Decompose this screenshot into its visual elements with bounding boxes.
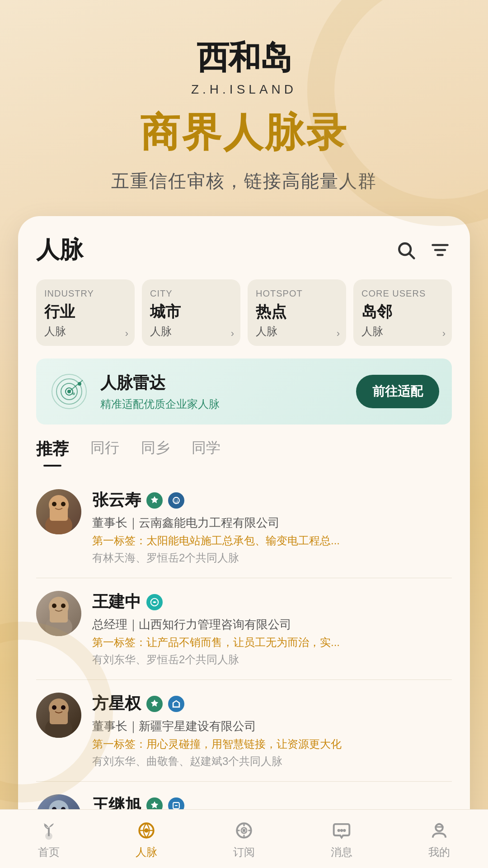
logo-brand-name: 西和岛 [0,36,488,80]
category-industry-arrow: › [125,328,128,340]
card-header: 人脉 [36,234,452,266]
bottom-nav: 首页 人脉 订阅 [0,809,488,868]
svg-point-12 [72,392,75,395]
category-industry-name: 行业 [44,302,127,322]
logo-subtitle: Z.H.ISLAND [0,82,488,97]
person-title: 董事长｜新疆宇星建设有限公司 [92,718,452,734]
badge-certified: 认 [168,492,184,509]
filter-button[interactable] [428,238,452,262]
svg-point-24 [61,604,66,608]
person-info: 方星权 董事长｜新疆宇星建设有限公司 第一标签：用心灵碰撞，用智慧链接，让资源更… [92,693,452,769]
badge-blue-cert [168,696,184,712]
person-name: 王建中 [92,591,141,613]
category-core-users[interactable]: CORE USERS 岛邻 人脉 › [353,279,452,346]
radar-icon [49,371,89,412]
nav-network-label: 人脉 [136,845,157,859]
person-item[interactable]: 王建中 总经理｜山西知行力管理咨询有限公司 第一标签：让产品不销而售，让员工无为… [36,578,452,680]
nav-home[interactable]: 首页 [22,819,76,859]
svg-point-48 [340,829,343,831]
category-hotspot-label: HOTSPOT [256,288,338,299]
svg-text:认: 认 [174,498,179,504]
person-avatar [36,693,81,738]
avatar-placeholder [36,591,81,636]
svg-point-30 [61,705,66,710]
badge-ocean [146,594,163,610]
tab-classmate[interactable]: 同学 [192,438,221,464]
person-avatar [36,489,81,534]
person-item[interactable]: 张云寿 认 董事长｜云南鑫能电力工程有限公司 第一标签：太阳能电站施工总承包、输… [36,476,452,578]
sub-title: 五重信任审核，链接高能量人群 [0,169,488,193]
profile-icon [427,819,451,842]
category-core-arrow: › [442,328,446,340]
radar-goto-button[interactable]: 前往适配 [356,375,439,408]
category-core-name: 岛邻 [361,302,444,322]
category-hotspot-sub: 人脉 [256,324,338,339]
radar-title: 人脉雷达 [100,372,356,394]
person-tag: 第一标签：让产品不销而售，让员工无为而治，实... [92,635,345,650]
nav-profile[interactable]: 我的 [412,819,466,859]
nav-message[interactable]: 消息 [314,819,369,859]
nav-home-label: 首页 [38,845,60,859]
svg-point-47 [338,829,340,831]
person-name-row: 张云寿 认 [92,489,452,511]
svg-point-17 [61,502,66,506]
radar-desc: 精准适配优质企业家人脉 [100,397,356,411]
category-industry-label: INDUSTRY [44,288,127,299]
category-city-arrow: › [231,328,234,340]
filter-icon [430,240,450,260]
person-tag: 第一标签：太阳能电站施工总承包、输变电工程总... [92,533,345,548]
person-info: 张云寿 认 董事长｜云南鑫能电力工程有限公司 第一标签：太阳能电站施工总承包、输… [92,489,452,565]
category-city-sub: 人脉 [150,324,232,339]
svg-point-11 [78,382,81,386]
tabs: 推荐 同行 同乡 同学 [36,438,452,464]
main-title: 商界人脉录 [0,106,488,160]
svg-point-16 [52,502,56,506]
nav-profile-label: 我的 [428,845,450,859]
home-icon [37,819,61,842]
card-title: 人脉 [36,234,83,266]
search-button[interactable] [394,238,418,262]
logo: 西和岛 Z.H.ISLAND [0,36,488,97]
nav-message-label: 消息 [331,845,352,859]
person-name-row: 方星权 [92,693,452,715]
compass-icon [232,819,256,842]
person-mutual: 有林天海、罗恒岳2个共同人脉 [92,551,452,565]
category-city-name: 城市 [150,302,232,322]
svg-point-49 [343,829,346,831]
tab-colleague[interactable]: 同行 [90,438,119,464]
nav-subscribe[interactable]: 订阅 [217,819,271,859]
category-industry[interactable]: INDUSTRY 行业 人脉 › [36,279,135,346]
person-mutual: 有刘东华、罗恒岳2个共同人脉 [92,652,452,667]
person-name: 方星权 [92,693,141,715]
badge-verified [146,492,163,509]
person-name-row: 王建中 [92,591,452,613]
badge-verified [146,696,163,712]
category-hotspot[interactable]: HOTSPOT 热点 人脉 › [248,279,346,346]
category-industry-sub: 人脉 [44,324,127,339]
category-core-label: CORE USERS [361,288,444,299]
radar-banner: 人脉雷达 精准适配优质企业家人脉 前往适配 [36,359,452,425]
person-tag: 第一标签：用心灵碰撞，用智慧链接，让资源更大化 [92,737,345,751]
tab-hometown[interactable]: 同乡 [141,438,170,464]
category-hotspot-arrow: › [337,328,340,340]
search-icon [396,240,416,260]
person-title: 总经理｜山西知行力管理咨询有限公司 [92,617,452,632]
tab-recommend[interactable]: 推荐 [36,438,69,464]
category-grid: INDUSTRY 行业 人脉 › CITY 城市 人脉 › HOTSPOT 热点… [36,279,452,346]
person-name: 张云寿 [92,489,141,511]
svg-line-1 [409,254,414,258]
network-icon [135,819,158,842]
avatar-placeholder [36,489,81,534]
person-mutual: 有刘东华、曲敬鲁、赵建斌3个共同人脉 [92,754,452,769]
nav-network[interactable]: 人脉 [119,819,174,859]
category-core-sub: 人脉 [361,324,444,339]
svg-point-23 [52,604,56,608]
category-city[interactable]: CITY 城市 人脉 › [142,279,240,346]
svg-point-43 [144,828,148,832]
message-icon [330,819,353,842]
people-list: 张云寿 认 董事长｜云南鑫能电力工程有限公司 第一标签：太阳能电站施工总承包、输… [36,476,452,852]
person-item[interactable]: 方星权 董事长｜新疆宇星建设有限公司 第一标签：用心灵碰撞，用智慧链接，让资源更… [36,680,452,782]
avatar-placeholder [36,693,81,738]
svg-point-29 [52,705,56,710]
person-avatar [36,591,81,636]
